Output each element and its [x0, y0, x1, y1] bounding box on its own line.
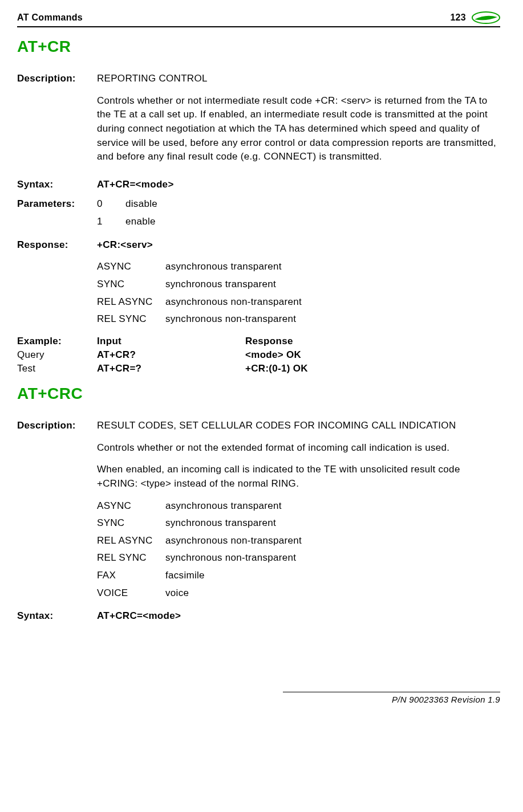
- type-row: ASYNC asynchronous transparent: [97, 499, 500, 513]
- serv-value: synchronous transparent: [165, 278, 276, 292]
- description-p2: When enabled, an incoming call is indica…: [97, 463, 500, 491]
- example-input: AT+CR?: [97, 349, 245, 361]
- type-row: FAX facsimile: [97, 569, 500, 583]
- swoosh-logo-icon: [472, 11, 500, 24]
- response-content: +CR:<serv> ASYNC asynchronous transparen…: [97, 238, 500, 330]
- response-head: +CR:<serv>: [97, 238, 500, 252]
- description-content: RESULT CODES, SET CELLULAR CODES FOR INC…: [97, 419, 500, 603]
- header-right: 123: [450, 11, 500, 24]
- description-label: Description:: [17, 72, 97, 172]
- serv-value: asynchronous non-transparent: [165, 295, 302, 309]
- example-header-row: Example: Input Response: [17, 336, 500, 347]
- example-response-header: Response: [245, 336, 500, 347]
- description-content: REPORTING CONTROL Controls whether or no…: [97, 72, 500, 172]
- description-title: REPORTING CONTROL: [97, 72, 500, 86]
- syntax-label: Syntax:: [17, 178, 97, 192]
- serv-row: REL ASYNC asynchronous non-transparent: [97, 295, 500, 309]
- description-title: RESULT CODES, SET CELLULAR CODES FOR INC…: [97, 419, 500, 433]
- description-body: Controls whether or not intermediate res…: [97, 94, 500, 164]
- type-value: facsimile: [165, 569, 205, 583]
- type-value: voice: [165, 586, 189, 601]
- type-value: synchronous non-transparent: [165, 551, 296, 565]
- response-section: Response: +CR:<serv> ASYNC asynchronous …: [17, 238, 500, 330]
- serv-key: ASYNC: [97, 260, 165, 274]
- syntax-value: AT+CR=<mode>: [97, 178, 500, 192]
- parameters-section: Parameters: 0 disable 1 enable: [17, 197, 500, 232]
- parameters-label: Parameters:: [17, 197, 97, 232]
- param-value: enable: [125, 215, 156, 229]
- example-input-header: Input: [97, 336, 245, 347]
- header-left: AT Commands: [17, 13, 83, 23]
- param-key: 1: [97, 215, 125, 229]
- serv-key: REL SYNC: [97, 312, 165, 327]
- serv-row: ASYNC asynchronous transparent: [97, 260, 500, 274]
- type-row: REL SYNC synchronous non-transparent: [97, 551, 500, 565]
- description-label: Description:: [17, 419, 97, 603]
- description-section: Description: RESULT CODES, SET CELLULAR …: [17, 419, 500, 603]
- example-row: Test AT+CR=? +CR:(0-1) OK: [17, 363, 500, 374]
- page-header: AT Commands 123: [17, 11, 500, 24]
- page-number: 123: [450, 13, 466, 23]
- example-type: Query: [17, 349, 97, 361]
- example-label: Example:: [17, 336, 97, 347]
- example-row: Query AT+CR? <mode> OK: [17, 349, 500, 361]
- param-key: 0: [97, 197, 125, 211]
- description-p1: Controls whether or not the extended for…: [97, 441, 500, 455]
- type-key: REL ASYNC: [97, 534, 165, 548]
- param-value: disable: [125, 197, 157, 211]
- type-key: SYNC: [97, 516, 165, 531]
- command-title-atcr: AT+CR: [17, 38, 500, 56]
- example-response: +CR:(0-1) OK: [245, 363, 500, 374]
- type-value: asynchronous non-transparent: [165, 534, 302, 548]
- type-value: asynchronous transparent: [165, 499, 282, 513]
- example-input: AT+CR=?: [97, 363, 245, 374]
- type-key: REL SYNC: [97, 551, 165, 565]
- type-key: FAX: [97, 569, 165, 583]
- example-response: <mode> OK: [245, 349, 500, 361]
- syntax-section: Syntax: AT+CRC=<mode>: [17, 609, 500, 623]
- serv-row: SYNC synchronous transparent: [97, 278, 500, 292]
- type-row: VOICE voice: [97, 586, 500, 601]
- example-type: Test: [17, 363, 97, 374]
- page-footer: P/N 90023363 Revision 1.9: [283, 692, 500, 704]
- response-label: Response:: [17, 238, 97, 330]
- description-section: Description: REPORTING CONTROL Controls …: [17, 72, 500, 172]
- parameters-content: 0 disable 1 enable: [97, 197, 500, 232]
- syntax-section: Syntax: AT+CR=<mode>: [17, 178, 500, 192]
- type-key: ASYNC: [97, 499, 165, 513]
- serv-key: REL ASYNC: [97, 295, 165, 309]
- param-row: 0 disable: [97, 197, 500, 211]
- type-key: VOICE: [97, 586, 165, 601]
- header-rule: [17, 26, 500, 27]
- serv-value: asynchronous transparent: [165, 260, 282, 274]
- serv-key: SYNC: [97, 278, 165, 292]
- syntax-value: AT+CRC=<mode>: [97, 609, 500, 623]
- type-row: REL ASYNC asynchronous non-transparent: [97, 534, 500, 548]
- command-title-atcrc: AT+CRC: [17, 385, 500, 403]
- syntax-label: Syntax:: [17, 609, 97, 623]
- param-row: 1 enable: [97, 215, 500, 229]
- serv-value: synchronous non-transparent: [165, 312, 296, 327]
- type-value: synchronous transparent: [165, 516, 276, 531]
- type-row: SYNC synchronous transparent: [97, 516, 500, 531]
- serv-row: REL SYNC synchronous non-transparent: [97, 312, 500, 327]
